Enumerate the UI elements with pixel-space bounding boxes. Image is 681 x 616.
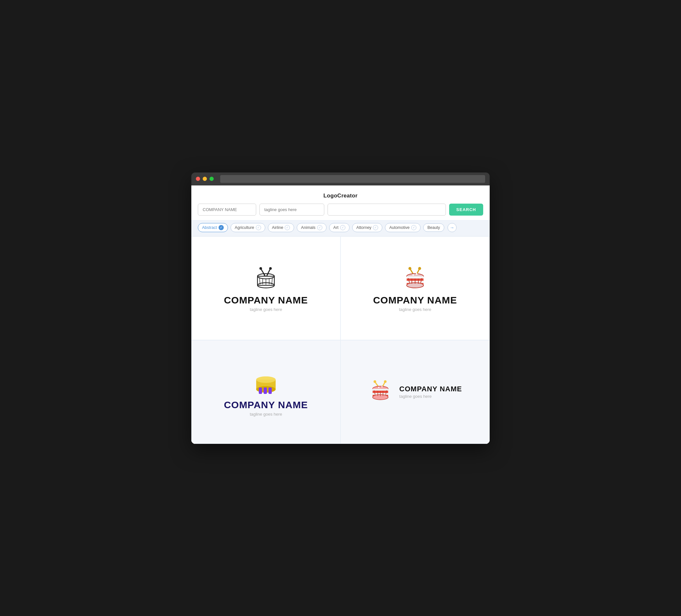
logo3-tagline: tagline goes here — [250, 412, 282, 417]
titlebar — [191, 173, 490, 185]
drum-inline-icon — [368, 379, 394, 405]
browser-window: LogoCreator SEARCH Abstract ✓ Agricultur… — [191, 173, 490, 444]
check-icon-attorney: ✓ — [373, 225, 378, 230]
svg-point-52 — [381, 386, 383, 387]
check-icon-animals: ✓ — [317, 225, 322, 230]
filter-chip-attorney[interactable]: Attorney ✓ — [352, 223, 383, 232]
filter-label-beauty: Beauty — [427, 225, 440, 230]
svg-rect-34 — [259, 387, 262, 394]
svg-rect-35 — [263, 387, 267, 394]
svg-point-17 — [418, 267, 421, 270]
svg-point-33 — [256, 377, 276, 383]
svg-point-3 — [269, 267, 272, 270]
close-button[interactable] — [196, 177, 200, 181]
logo4-tagline: tagline goes here — [399, 394, 462, 399]
filter-chip-art[interactable]: Art ✓ — [329, 223, 350, 232]
svg-point-12 — [263, 274, 265, 276]
drum-outline-icon — [251, 264, 280, 290]
svg-rect-43 — [373, 389, 388, 391]
svg-point-28 — [412, 274, 414, 276]
address-bar[interactable] — [220, 175, 485, 183]
filter-chip-agriculture[interactable]: Agriculture ✓ — [231, 223, 265, 232]
logo1-tagline: tagline goes here — [250, 307, 282, 312]
logo-card-2[interactable]: COMPANY NAME tagline goes here — [340, 236, 490, 340]
svg-point-51 — [378, 387, 379, 388]
svg-point-40 — [384, 380, 386, 383]
check-icon-agriculture: ✓ — [256, 225, 261, 230]
logo-card-3[interactable]: COMPANY NAME tagline goes here — [191, 340, 340, 444]
svg-point-13 — [267, 274, 268, 275]
svg-point-2 — [259, 267, 262, 270]
logo-card-4[interactable]: COMPANY NAME tagline goes here — [340, 340, 490, 444]
svg-rect-20 — [407, 276, 424, 279]
check-icon-automotive: ✓ — [411, 225, 417, 230]
logo4-company: COMPANY NAME — [399, 385, 462, 393]
maximize-button[interactable] — [209, 177, 214, 181]
drum-color-icon — [401, 264, 430, 290]
logo2-tagline: tagline goes here — [399, 307, 431, 312]
app-title: LogoCreator — [191, 185, 490, 204]
minimize-button[interactable] — [203, 177, 207, 181]
svg-rect-36 — [269, 387, 272, 394]
filter-label-art: Art — [333, 225, 338, 230]
filter-bar: Abstract ✓ Agriculture ✓ Airline ✓ Anima… — [191, 220, 490, 236]
filter-label-attorney: Attorney — [356, 225, 372, 230]
filter-next-arrow[interactable]: → — [448, 223, 457, 232]
filter-label-agriculture: Agriculture — [235, 225, 254, 230]
logo-grid: COMPANY NAME tagline goes here — [191, 236, 490, 444]
search-text-input[interactable] — [328, 204, 446, 215]
filter-chip-animals[interactable]: Animals ✓ — [297, 223, 326, 232]
search-bar: SEARCH — [191, 204, 490, 220]
filter-label-automotive: Automotive — [389, 225, 409, 230]
logo3-company: COMPANY NAME — [224, 400, 308, 410]
tagline-input[interactable] — [259, 204, 324, 215]
logo4-inline: COMPANY NAME tagline goes here — [368, 379, 462, 405]
filter-label-animals: Animals — [301, 225, 315, 230]
filter-chip-abstract[interactable]: Abstract ✓ — [198, 223, 228, 232]
app-container: LogoCreator SEARCH Abstract ✓ Agricultur… — [191, 185, 490, 444]
logo-card-1[interactable]: COMPANY NAME tagline goes here — [191, 236, 340, 340]
filter-chip-airline[interactable]: Airline ✓ — [268, 223, 295, 232]
filter-chip-automotive[interactable]: Automotive ✓ — [385, 223, 421, 232]
logo2-company: COMPANY NAME — [373, 295, 457, 306]
check-icon-art: ✓ — [340, 225, 345, 230]
filter-label-airline: Airline — [272, 225, 283, 230]
company-name-input[interactable] — [198, 204, 256, 215]
search-button[interactable]: SEARCH — [449, 204, 483, 215]
check-icon-airline: ✓ — [285, 225, 290, 230]
drum-gold-icon — [250, 367, 282, 395]
svg-point-29 — [416, 273, 418, 275]
filter-chip-beauty[interactable]: Beauty — [423, 223, 444, 232]
check-icon-abstract: ✓ — [219, 225, 224, 230]
svg-point-16 — [409, 267, 411, 270]
logo4-text: COMPANY NAME tagline goes here — [399, 385, 462, 399]
filter-label-abstract: Abstract — [202, 225, 217, 230]
logo1-company: COMPANY NAME — [224, 295, 308, 306]
svg-point-39 — [374, 380, 376, 383]
